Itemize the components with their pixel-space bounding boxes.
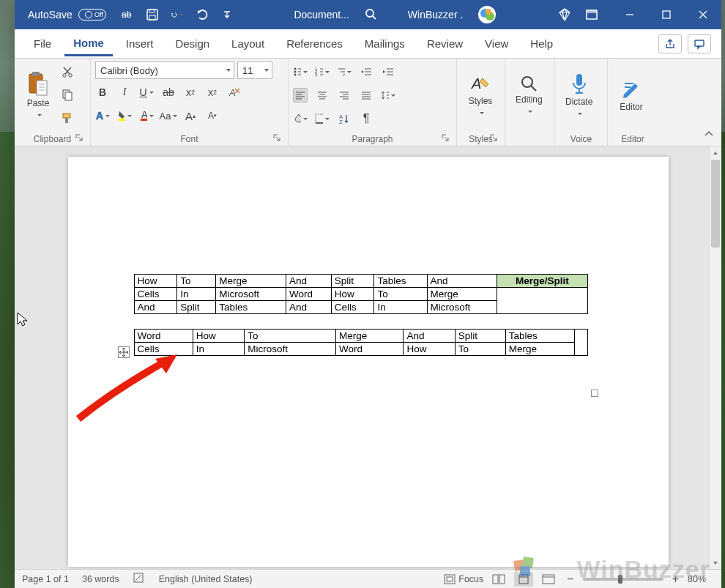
align-right-icon[interactable]: [337, 88, 352, 103]
status-words[interactable]: 36 words: [82, 574, 119, 584]
window-controls: [611, 0, 721, 29]
status-page[interactable]: Page 1 of 1: [22, 574, 69, 584]
svg-rect-90: [499, 575, 505, 584]
tab-file[interactable]: File: [25, 31, 60, 56]
table-row: How To Merge And Split Tables And Merge/…: [134, 275, 587, 288]
text-effects-icon[interactable]: A: [95, 108, 110, 123]
sort-icon[interactable]: AZ: [337, 111, 352, 126]
svg-rect-16: [695, 40, 704, 46]
avatar[interactable]: [477, 5, 497, 24]
underline-icon[interactable]: U: [139, 85, 154, 100]
format-painter-icon[interactable]: [60, 111, 75, 125]
font-size-combo[interactable]: 11: [237, 62, 272, 79]
font-name-combo[interactable]: Calibri (Body): [95, 62, 234, 79]
document-page[interactable]: How To Merge And Split Tables And Merge/…: [68, 157, 669, 567]
bold-icon[interactable]: B: [95, 85, 110, 100]
tab-layout[interactable]: Layout: [223, 31, 273, 56]
clipboard-dialog-launcher[interactable]: [75, 134, 84, 143]
scroll-thumb[interactable]: [711, 160, 720, 248]
undo-icon[interactable]: [171, 8, 184, 21]
grow-font-icon[interactable]: A▴: [183, 108, 198, 123]
paragraph-dialog-launcher[interactable]: [442, 134, 450, 143]
spellcheck-icon[interactable]: [133, 572, 146, 586]
save-icon[interactable]: [146, 8, 159, 21]
tab-mailings[interactable]: Mailings: [356, 31, 414, 56]
focus-mode-button[interactable]: Focus: [444, 574, 483, 584]
superscript-icon[interactable]: x2: [205, 85, 220, 100]
cut-icon[interactable]: [60, 65, 75, 80]
mouse-cursor: [16, 311, 29, 327]
ribbon-display-icon[interactable]: [585, 8, 598, 21]
vertical-scrollbar[interactable]: [709, 146, 721, 569]
table-resize-handle[interactable]: [591, 390, 598, 397]
justify-icon[interactable]: [359, 88, 373, 103]
tab-help[interactable]: Help: [521, 31, 562, 56]
table-row: Cells In Microsoft Word How To Merge: [134, 343, 587, 356]
zoom-level[interactable]: 80%: [688, 574, 714, 584]
share-button[interactable]: [658, 34, 682, 53]
tab-view[interactable]: View: [476, 31, 517, 56]
svg-point-23: [63, 73, 66, 76]
multilevel-list-icon[interactable]: [337, 64, 352, 79]
qat-customize-icon[interactable]: [220, 8, 234, 21]
line-spacing-icon[interactable]: [381, 88, 395, 103]
increase-indent-icon[interactable]: [381, 64, 395, 79]
numbering-icon[interactable]: 123: [315, 64, 330, 79]
font-color-icon[interactable]: A: [139, 108, 154, 123]
tab-references[interactable]: References: [278, 31, 352, 56]
zoom-in-button[interactable]: +: [669, 573, 682, 586]
editing-button[interactable]: Editing: [510, 62, 549, 129]
autosave-toggle[interactable]: AutoSave Off: [28, 9, 106, 21]
shrink-font-icon[interactable]: A▾: [205, 108, 220, 123]
highlight-icon[interactable]: [117, 108, 132, 123]
comments-button[interactable]: [688, 34, 711, 53]
editor-button[interactable]: Editor: [612, 62, 650, 129]
web-layout-icon[interactable]: [539, 572, 558, 587]
zoom-slider[interactable]: [583, 578, 663, 581]
scroll-down-button[interactable]: [710, 557, 721, 569]
scroll-up-button[interactable]: [710, 146, 721, 159]
paste-button[interactable]: Paste: [19, 62, 57, 129]
status-language[interactable]: English (United States): [159, 574, 253, 584]
change-case-icon[interactable]: Aa: [161, 108, 176, 123]
svg-rect-29: [63, 113, 70, 118]
clear-formatting-icon[interactable]: A: [227, 85, 242, 100]
search-icon[interactable]: [364, 7, 379, 23]
tab-insert[interactable]: Insert: [117, 31, 163, 56]
strikethrough-icon[interactable]: ab: [161, 85, 176, 100]
bullets-icon[interactable]: [293, 64, 308, 79]
maximize-button[interactable]: [648, 0, 685, 29]
group-editing: Editing: [505, 59, 555, 146]
user-name[interactable]: WinBuzzer .: [408, 9, 463, 21]
align-left-icon[interactable]: [293, 88, 308, 103]
redo-icon[interactable]: [196, 8, 209, 21]
subscript-icon[interactable]: x2: [183, 85, 198, 100]
copy-icon[interactable]: [60, 88, 75, 103]
decrease-indent-icon[interactable]: [359, 64, 373, 79]
italic-icon[interactable]: I: [117, 85, 132, 100]
diamond-icon[interactable]: [557, 7, 572, 22]
quick-access-toolbar: ab: [121, 8, 234, 21]
close-button[interactable]: [685, 0, 721, 29]
collapse-ribbon-icon[interactable]: [704, 129, 714, 141]
svg-rect-83: [576, 74, 582, 86]
styles-dialog-launcher[interactable]: [490, 134, 499, 143]
align-center-icon[interactable]: [315, 88, 330, 103]
shading-icon[interactable]: [293, 111, 308, 126]
strikethrough-icon[interactable]: ab: [121, 8, 134, 21]
dictate-button[interactable]: Dictate: [559, 62, 598, 129]
tab-review[interactable]: Review: [418, 31, 472, 56]
minimize-button[interactable]: [611, 0, 648, 29]
borders-icon[interactable]: [315, 111, 330, 126]
title-bar: AutoSave Off ab Document... WinBuzzer .: [15, 0, 721, 29]
table-2[interactable]: Word How To Merge And Split Tables Cells…: [134, 329, 588, 356]
read-mode-icon[interactable]: [489, 572, 508, 587]
zoom-out-button[interactable]: −: [564, 573, 576, 586]
svg-text:A: A: [96, 110, 103, 122]
show-marks-icon[interactable]: ¶: [359, 111, 373, 126]
table-1[interactable]: How To Merge And Split Tables And Merge/…: [134, 274, 588, 314]
tab-home[interactable]: Home: [64, 31, 113, 56]
font-dialog-launcher[interactable]: [273, 134, 282, 143]
tab-design[interactable]: Design: [166, 31, 218, 56]
styles-button[interactable]: A Styles: [461, 62, 499, 129]
